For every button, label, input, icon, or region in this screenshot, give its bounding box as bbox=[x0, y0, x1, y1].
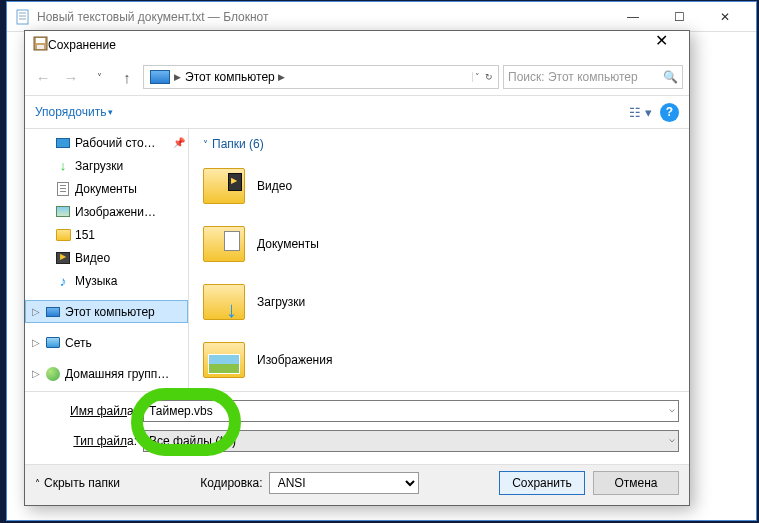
pc-icon bbox=[46, 307, 60, 317]
help-button[interactable]: ? bbox=[660, 103, 679, 122]
tree-item-this-pc[interactable]: ▷Этот компьютер bbox=[25, 300, 188, 323]
notepad-icon bbox=[15, 9, 31, 25]
image-icon bbox=[56, 206, 70, 217]
dialog-title: Сохранение bbox=[48, 38, 641, 52]
tree-item-downloads[interactable]: Загрузки bbox=[25, 154, 188, 177]
notepad-title: Новый текстовый документ.txt — Блокнот bbox=[37, 10, 610, 24]
document-icon bbox=[57, 182, 69, 196]
breadcrumb-segment[interactable]: Этот компьютер ▶ bbox=[181, 70, 289, 84]
folder-icon bbox=[56, 229, 71, 241]
chevron-up-icon: ˄ bbox=[35, 478, 40, 489]
pc-icon bbox=[150, 70, 170, 84]
svg-rect-5 bbox=[36, 38, 45, 43]
homegroup-icon bbox=[46, 367, 60, 381]
filename-input[interactable] bbox=[143, 400, 679, 422]
expand-icon[interactable]: ▷ bbox=[31, 337, 41, 348]
chevron-right-icon: ▶ bbox=[278, 72, 285, 82]
address-bar[interactable]: ▶ Этот компьютер ▶ ˅ ↻ bbox=[143, 65, 499, 89]
folder-icon bbox=[203, 168, 245, 204]
filetype-combo[interactable]: Все файлы (*.*) bbox=[143, 430, 679, 452]
organize-label: Упорядочить bbox=[35, 105, 106, 119]
expand-icon[interactable]: ▷ bbox=[31, 368, 41, 379]
save-button[interactable]: Сохранить bbox=[499, 471, 585, 495]
up-button[interactable]: ↑ bbox=[115, 65, 139, 89]
save-dialog: Сохранение ✕ ← → ˅ ↑ ▶ Этот компьютер ▶ … bbox=[24, 30, 690, 506]
encoding-select[interactable]: ANSI bbox=[269, 472, 419, 494]
breadcrumb-text: Этот компьютер bbox=[185, 70, 275, 84]
search-placeholder: Поиск: Этот компьютер bbox=[508, 70, 638, 84]
maximize-button[interactable]: ☐ bbox=[656, 2, 702, 32]
cancel-button[interactable]: Отмена bbox=[593, 471, 679, 495]
organize-button[interactable]: Упорядочить ▾ bbox=[35, 105, 113, 119]
expand-icon[interactable]: ▷ bbox=[31, 306, 41, 317]
svg-rect-0 bbox=[17, 10, 28, 24]
filename-label: Имя файла: bbox=[35, 404, 143, 418]
tree-item-desktop[interactable]: Рабочий сто…📌 bbox=[25, 131, 188, 154]
svg-rect-6 bbox=[37, 45, 44, 49]
tree-item-documents[interactable]: Документы bbox=[25, 177, 188, 200]
folder-item-documents[interactable]: Документы bbox=[203, 219, 675, 269]
filetype-label: Тип файла: bbox=[35, 434, 143, 448]
notepad-titlebar: Новый текстовый документ.txt — Блокнот —… bbox=[7, 2, 756, 32]
action-bar: ˄ Скрыть папки Кодировка: ANSI Сохранить… bbox=[25, 464, 689, 505]
network-icon bbox=[46, 337, 60, 348]
download-icon bbox=[55, 158, 71, 174]
tree-item-images[interactable]: Изображени… bbox=[25, 200, 188, 223]
pin-icon: 📌 bbox=[173, 137, 188, 148]
forward-button[interactable]: → bbox=[59, 65, 83, 89]
video-icon bbox=[56, 252, 70, 264]
chevron-down-icon: ˅ bbox=[203, 139, 208, 150]
tree-item-homegroup[interactable]: ▷Домашняя групп… bbox=[25, 362, 188, 385]
folder-icon: ↓ bbox=[203, 284, 245, 320]
dialog-titlebar: Сохранение ✕ bbox=[25, 31, 689, 59]
content-pane: ˅Папки (6) Видео Документы ↓ Загрузки Из… bbox=[189, 129, 689, 391]
folders-heading[interactable]: ˅Папки (6) bbox=[203, 137, 675, 151]
search-icon: 🔍 bbox=[663, 70, 678, 84]
music-icon: ♪ bbox=[55, 273, 71, 289]
folder-item-images[interactable]: Изображения bbox=[203, 335, 675, 385]
nav-bar: ← → ˅ ↑ ▶ Этот компьютер ▶ ˅ ↻ Поиск: Эт… bbox=[25, 59, 689, 95]
filename-pane: Имя файла: ⌵ Тип файла: Все файлы (*.*) … bbox=[25, 391, 689, 464]
view-options-button[interactable]: ☷ ▾ bbox=[621, 103, 660, 122]
chevron-down-icon: ▾ bbox=[108, 107, 113, 117]
refresh-button[interactable]: ˅ ↻ bbox=[472, 72, 496, 82]
toolbar: Упорядочить ▾ ☷ ▾ ? bbox=[25, 95, 689, 129]
search-input[interactable]: Поиск: Этот компьютер 🔍 bbox=[503, 65, 683, 89]
back-button[interactable]: ← bbox=[31, 65, 55, 89]
sidebar-tree: Рабочий сто…📌 Загрузки Документы Изображ… bbox=[25, 129, 189, 391]
dialog-close-button[interactable]: ✕ bbox=[641, 31, 681, 59]
folder-item-video[interactable]: Видео bbox=[203, 161, 675, 211]
tree-item-network[interactable]: ▷Сеть bbox=[25, 331, 188, 354]
save-icon bbox=[33, 36, 48, 54]
chevron-right-icon: ▶ bbox=[174, 72, 181, 82]
folder-item-downloads[interactable]: ↓ Загрузки bbox=[203, 277, 675, 327]
minimize-button[interactable]: — bbox=[610, 2, 656, 32]
hide-folders-button[interactable]: ˄ Скрыть папки bbox=[35, 476, 120, 490]
tree-item-music[interactable]: ♪Музыка bbox=[25, 269, 188, 292]
recent-locations-button[interactable]: ˅ bbox=[87, 65, 111, 89]
encoding-label: Кодировка: bbox=[200, 476, 262, 490]
folder-icon bbox=[203, 226, 245, 262]
folder-icon bbox=[203, 342, 245, 378]
tree-item-151[interactable]: 151 bbox=[25, 223, 188, 246]
tree-item-video[interactable]: Видео bbox=[25, 246, 188, 269]
close-button[interactable]: ✕ bbox=[702, 2, 748, 32]
